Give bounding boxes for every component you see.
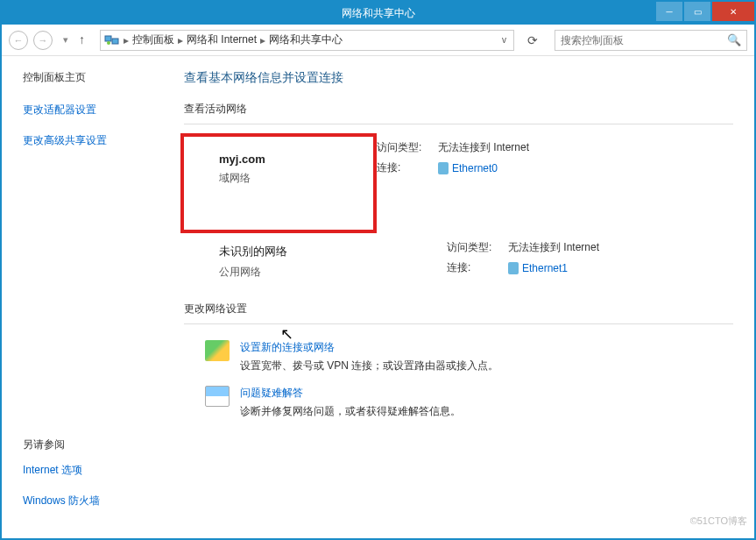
svg-point-2 [107,41,110,45]
page-heading: 查看基本网络信息并设置连接 [184,70,733,86]
up-button[interactable]: ↑ [79,32,95,48]
divider [184,323,733,324]
network-type: 域网络 [219,171,338,186]
ethernet-icon [438,162,449,174]
divider [184,124,733,124]
active-networks-label: 查看活动网络 [184,102,733,117]
network-details: 访问类型: 无法连接到 Internet 连接: Ethernet1 [447,240,733,281]
watermark: ©51CTO博客 [690,515,747,528]
troubleshoot-icon [205,386,230,407]
network-card-highlighted: myj.com 域网络 [180,133,377,233]
network-row: myj.com 域网络 访问类型: 无法连接到 Internet 连接: [184,133,733,233]
change-settings-section: 设置新的连接或网络 设置宽带、拨号或 VPN 连接；或设置路由器或接入点。 问题… [184,340,733,419]
breadcrumb-separator: ▸ [178,34,183,46]
refresh-button[interactable]: ⟳ [523,31,542,50]
forward-button[interactable]: → [33,31,53,50]
network-card: 未识别的网络 公用网络 [184,240,447,280]
access-type-value: 无法连接到 Internet [508,240,599,255]
new-connection-link[interactable]: 设置新的连接或网络 [240,340,498,355]
window-title: 网络和共享中心 [342,6,415,21]
sidebar-home[interactable]: 控制面板主页 [23,70,166,85]
breadcrumb-item-sharing[interactable]: 网络和共享中心 [269,32,343,47]
address-dropdown[interactable]: v [502,35,506,45]
connection-link[interactable]: Ethernet1 [508,262,568,274]
search-box[interactable]: 🔍 [555,30,747,51]
connection-name: Ethernet0 [452,162,498,174]
sidebar: 控制面板主页 更改适配器设置 更改高级共享设置 另请参阅 Internet 选项… [2,56,177,538]
content-area: 控制面板主页 更改适配器设置 更改高级共享设置 另请参阅 Internet 选项… [2,56,754,538]
new-connection-desc: 设置宽带、拨号或 VPN 连接；或设置路由器或接入点。 [240,359,498,373]
network-details: 访问类型: 无法连接到 Internet 连接: Ethernet0 [377,133,733,181]
sidebar-link-sharing[interactable]: 更改高级共享设置 [23,133,166,148]
history-dropdown[interactable]: ▾ [63,34,74,46]
change-settings-label: 更改网络设置 [184,302,733,316]
address-bar[interactable]: ▸ 控制面板 ▸ 网络和 Internet ▸ 网络和共享中心 v [100,30,514,51]
breadcrumb-separator: ▸ [260,34,265,46]
close-button[interactable]: ✕ [712,2,754,21]
access-type-label: 访问类型: [377,140,438,155]
network-row: 未识别的网络 公用网络 访问类型: 无法连接到 Internet 连接: [184,240,733,281]
troubleshoot-link[interactable]: 问题疑难解答 [240,386,461,401]
action-new-connection: 设置新的连接或网络 设置宽带、拨号或 VPN 连接；或设置路由器或接入点。 [184,340,733,373]
network-name: 未识别的网络 [219,244,447,259]
window: 网络和共享中心 ─ ▭ ✕ ← → ▾ ↑ ▸ 控制面板 ▸ 网络和 Inter… [0,0,756,540]
action-troubleshoot: 问题疑难解答 诊断并修复网络问题，或者获得疑难解答信息。 [184,386,733,419]
connection-name: Ethernet1 [522,262,568,274]
networks-list: myj.com 域网络 访问类型: 无法连接到 Internet 连接: [184,133,733,281]
access-type-value: 无法连接到 Internet [438,140,529,155]
main-panel: 查看基本网络信息并设置连接 查看活动网络 myj.com 域网络 访问类型: 无… [177,56,754,538]
sidebar-link-internet-options[interactable]: Internet 选项 [23,463,100,478]
breadcrumb-item-network[interactable]: 网络和 Internet [187,32,257,47]
sidebar-see-also: 另请参阅 Internet 选项 Windows 防火墙 [23,437,100,524]
window-controls: ─ ▭ ✕ [654,2,754,25]
sidebar-link-firewall[interactable]: Windows 防火墙 [23,494,100,508]
breadcrumb-separator: ▸ [124,34,129,46]
maximize-button[interactable]: ▭ [684,2,710,21]
troubleshoot-desc: 诊断并修复网络问题，或者获得疑难解答信息。 [240,404,461,419]
connection-link[interactable]: Ethernet0 [438,162,498,174]
connection-label: 连接: [377,160,438,175]
search-icon: 🔍 [727,33,741,46]
toolbar: ← → ▾ ↑ ▸ 控制面板 ▸ 网络和 Internet ▸ 网络和共享中心 … [2,25,754,56]
svg-rect-1 [112,39,118,44]
see-also-label: 另请参阅 [23,437,100,452]
breadcrumb-item-controlpanel[interactable]: 控制面板 [132,32,174,47]
connection-label: 连接: [447,260,508,275]
minimize-button[interactable]: ─ [656,2,682,21]
network-name: myj.com [219,153,338,166]
access-type-label: 访问类型: [447,240,508,255]
ethernet-icon [508,262,519,274]
titlebar: 网络和共享中心 ─ ▭ ✕ [2,2,754,25]
new-connection-icon [205,340,230,361]
svg-rect-0 [105,36,111,41]
back-button[interactable]: ← [9,31,28,50]
network-type: 公用网络 [219,265,447,280]
search-input[interactable] [561,34,741,46]
control-panel-icon [104,33,120,47]
sidebar-link-adapter[interactable]: 更改适配器设置 [23,103,166,117]
